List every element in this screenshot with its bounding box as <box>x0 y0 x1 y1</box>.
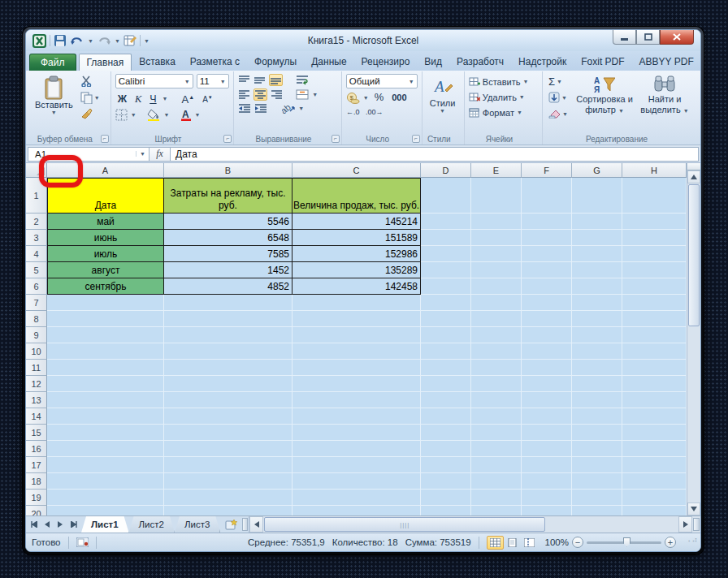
cell-B19[interactable] <box>164 490 292 506</box>
cell-E5[interactable] <box>471 262 522 278</box>
cell-A3[interactable]: июнь <box>47 230 164 246</box>
cell-D12[interactable] <box>421 376 471 392</box>
cell-A7[interactable] <box>47 295 164 311</box>
cell-G8[interactable] <box>572 311 622 327</box>
column-header-G[interactable]: G <box>572 163 622 178</box>
zoom-in-button[interactable]: + <box>665 537 676 548</box>
italic-button[interactable]: К <box>132 93 144 106</box>
find-select-button[interactable]: Найти и выделить ▼ <box>635 74 695 132</box>
cell-E1[interactable] <box>471 178 522 214</box>
cell-B11[interactable] <box>164 360 292 376</box>
cell-G20[interactable] <box>572 506 622 515</box>
cell-D3[interactable] <box>421 230 471 246</box>
name-box-dropdown-icon[interactable]: ▼ <box>136 151 149 157</box>
cell-A14[interactable] <box>47 408 164 425</box>
orientation-dropdown-icon[interactable]: ▼ <box>298 106 304 111</box>
cell-D4[interactable] <box>421 246 471 262</box>
cell-D13[interactable] <box>421 392 471 408</box>
cell-E14[interactable] <box>471 408 522 425</box>
cell-A12[interactable] <box>47 376 164 392</box>
horizontal-split-handle[interactable] <box>693 518 700 531</box>
cell-D11[interactable] <box>421 360 471 376</box>
page-layout-view-button[interactable] <box>504 536 521 550</box>
cell-B8[interactable] <box>164 311 292 327</box>
cell-G18[interactable] <box>572 473 622 490</box>
macro-record-icon[interactable] <box>76 537 89 547</box>
cell-H7[interactable] <box>622 295 687 311</box>
merge-dropdown-icon[interactable]: ▼ <box>312 92 318 97</box>
cell-E9[interactable] <box>471 327 522 343</box>
column-header-D[interactable]: D <box>421 163 471 178</box>
accounting-dropdown-icon[interactable]: ▼ <box>363 95 369 101</box>
cell-G5[interactable] <box>572 262 622 278</box>
cell-E12[interactable] <box>471 376 522 392</box>
accounting-format-icon[interactable]: $ <box>346 92 360 104</box>
cell-C17[interactable] <box>292 457 421 473</box>
cell-G6[interactable] <box>572 278 622 295</box>
cell-H19[interactable] <box>622 490 687 506</box>
close-button[interactable] <box>660 30 694 45</box>
cell-H9[interactable] <box>622 327 687 343</box>
customize-qat-icon[interactable]: ▼ <box>144 38 150 44</box>
cell-F6[interactable] <box>522 278 572 295</box>
fill-button[interactable]: ▼ <box>547 90 574 105</box>
tab-file[interactable]: Файл <box>29 54 76 71</box>
cell-H20[interactable] <box>622 506 687 515</box>
cell-C8[interactable] <box>292 311 421 327</box>
cell-H14[interactable] <box>622 408 687 425</box>
cell-E15[interactable] <box>471 425 522 441</box>
cell-G15[interactable] <box>572 425 622 441</box>
row-header-12[interactable]: 12 <box>26 376 47 392</box>
cell-G14[interactable] <box>572 408 622 425</box>
ribbon-tab-4[interactable]: Данные <box>304 54 353 71</box>
tab-split-handle[interactable] <box>242 518 248 531</box>
clear-button[interactable]: ▼ <box>547 106 574 121</box>
cell-B12[interactable] <box>164 376 292 392</box>
row-header-16[interactable]: 16 <box>26 441 47 457</box>
cell-H6[interactable] <box>622 278 687 295</box>
row-header-19[interactable]: 19 <box>26 490 47 506</box>
cell-E4[interactable] <box>471 246 522 262</box>
sort-filter-button[interactable]: АЯ Сортировка и фильтр ▼ <box>574 74 635 132</box>
cell-F9[interactable] <box>522 327 572 343</box>
ribbon-tab-1[interactable]: Вставка <box>132 54 183 71</box>
last-sheet-button[interactable] <box>67 516 81 533</box>
comma-style-button[interactable]: 000 <box>389 91 409 104</box>
undo-dropdown-icon[interactable]: ▼ <box>88 38 93 44</box>
cell-G3[interactable] <box>572 230 622 246</box>
vertical-scroll-thumb[interactable] <box>688 184 700 326</box>
cell-F17[interactable] <box>522 457 572 473</box>
normal-view-button[interactable] <box>487 536 504 550</box>
cell-G4[interactable] <box>572 246 622 262</box>
cell-E19[interactable] <box>471 490 522 506</box>
align-left-icon[interactable] <box>238 89 250 100</box>
cell-D8[interactable] <box>421 311 471 327</box>
cell-D2[interactable] <box>421 214 471 230</box>
scroll-left-button[interactable] <box>249 516 263 533</box>
row-header-15[interactable]: 15 <box>26 425 47 441</box>
cell-H17[interactable] <box>622 457 687 473</box>
fill-color-button[interactable] <box>147 109 161 121</box>
cell-D20[interactable] <box>421 506 471 515</box>
cell-E11[interactable] <box>471 360 522 376</box>
bold-button[interactable]: Ж <box>115 93 129 106</box>
cell-G17[interactable] <box>572 457 622 473</box>
cell-A8[interactable] <box>47 311 164 327</box>
cell-F18[interactable] <box>522 473 572 490</box>
align-bottom-icon[interactable] <box>269 74 283 86</box>
cell-C16[interactable] <box>292 441 421 457</box>
cell-E17[interactable] <box>471 457 522 473</box>
cell-A9[interactable] <box>47 327 164 343</box>
grow-font-button[interactable]: А▲ <box>180 91 197 106</box>
cell-H13[interactable] <box>622 392 687 408</box>
underline-button[interactable]: Ч <box>147 93 158 106</box>
sheet-tab-2[interactable]: Лист3 <box>175 516 220 533</box>
cell-C18[interactable] <box>292 473 421 490</box>
increase-indent-icon[interactable] <box>254 103 267 114</box>
save-icon[interactable] <box>54 34 67 47</box>
row-header-2[interactable]: 2 <box>26 214 47 230</box>
sheet-tab-0[interactable]: Лист1 <box>81 516 129 533</box>
cell-B16[interactable] <box>164 441 292 457</box>
undo-icon[interactable] <box>70 35 84 46</box>
cell-B5[interactable]: 1452 <box>164 262 292 278</box>
